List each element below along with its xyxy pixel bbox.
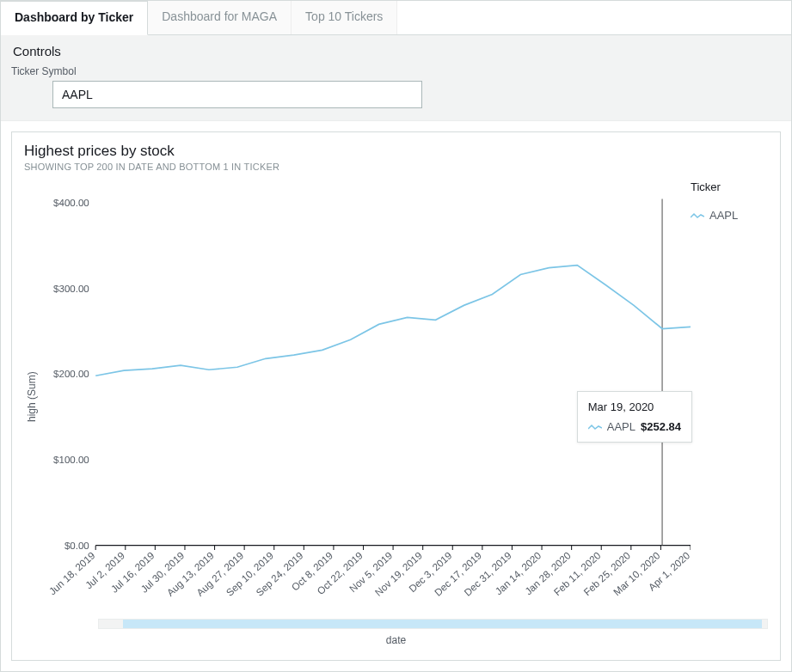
controls-heading: Controls bbox=[1, 35, 791, 62]
y-axis-label: high (Sum) bbox=[24, 180, 40, 614]
controls-panel: Controls Ticker Symbol bbox=[1, 35, 791, 121]
svg-text:$0.00: $0.00 bbox=[64, 540, 89, 551]
legend-item-label: AAPL bbox=[709, 209, 738, 222]
tooltip-swatch-icon bbox=[588, 420, 602, 433]
legend-title: Ticker bbox=[691, 180, 768, 193]
tooltip-date: Mar 19, 2020 bbox=[588, 400, 681, 413]
x-axis-scrollbar[interactable] bbox=[98, 619, 768, 629]
tooltip-series: AAPL bbox=[607, 420, 635, 433]
ticker-field-label: Ticker Symbol bbox=[1, 62, 791, 81]
chart-legend: Ticker AAPL bbox=[691, 180, 768, 614]
x-axis-scrollbar-thumb[interactable] bbox=[123, 620, 762, 628]
svg-text:$200.00: $200.00 bbox=[53, 368, 89, 379]
x-axis-label: date bbox=[24, 634, 768, 646]
ticker-symbol-input[interactable] bbox=[52, 81, 422, 108]
tooltip-value: $252.84 bbox=[641, 420, 681, 433]
tab-dashboard-by-ticker[interactable]: Dashboard by Ticker bbox=[1, 1, 148, 35]
tab-top-10-tickers[interactable]: Top 10 Tickers bbox=[292, 1, 397, 34]
svg-text:$400.00: $400.00 bbox=[53, 197, 89, 208]
tab-dashboard-for-maga[interactable]: Dashboard for MAGA bbox=[148, 1, 292, 34]
legend-item-aapl[interactable]: AAPL bbox=[691, 209, 768, 222]
legend-swatch-icon bbox=[691, 209, 704, 222]
series-line-aapl bbox=[95, 266, 691, 376]
chart-tooltip: Mar 19, 2020 AAPL $252.84 bbox=[577, 391, 692, 443]
svg-text:$100.00: $100.00 bbox=[53, 454, 89, 465]
y-axis-ticks: $0.00 $100.00 $200.00 $300.00 $400.00 bbox=[53, 197, 89, 551]
x-axis-labels: Jun 18, 2019Jul 2, 2019Jul 16, 2019Jul 3… bbox=[46, 549, 691, 598]
chart-panel: Highest prices by stock SHOWING TOP 200 … bbox=[11, 131, 781, 661]
chart-title: Highest prices by stock bbox=[24, 143, 768, 160]
tab-bar: Dashboard by Ticker Dashboard for MAGA T… bbox=[1, 1, 791, 35]
chart-subtitle: SHOWING TOP 200 IN DATE AND BOTTOM 1 IN … bbox=[24, 162, 768, 172]
chart-body: high (Sum) $0.00 $100.00 $200.00 $300.00… bbox=[24, 180, 768, 614]
plot-area[interactable]: $0.00 $100.00 $200.00 $300.00 $400.00 Ju… bbox=[40, 180, 691, 614]
x-axis-ticks bbox=[95, 546, 691, 550]
dashboard-app: Dashboard by Ticker Dashboard for MAGA T… bbox=[0, 0, 792, 672]
svg-text:$300.00: $300.00 bbox=[53, 283, 89, 294]
